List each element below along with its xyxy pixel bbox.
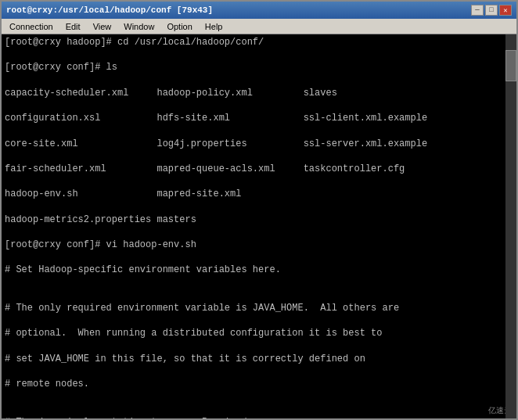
menu-connection[interactable]: Connection: [3, 20, 59, 33]
close-button[interactable]: ✕: [499, 5, 512, 16]
terminal-line: # The java implementation to use. Requir…: [5, 416, 513, 418]
menu-option[interactable]: Option: [160, 20, 198, 33]
maximize-button[interactable]: □: [485, 5, 498, 16]
menu-edit[interactable]: Edit: [59, 20, 87, 33]
terminal-line: [root@crxy conf]# ls: [5, 61, 513, 74]
terminal-line: # remote nodes.: [5, 378, 513, 390]
terminal-line: capacity-scheduler.xml hadoop-policy.xml…: [5, 87, 513, 99]
terminal-line: # set JAVA_HOME in this file, so that it…: [5, 353, 513, 365]
terminal-line: hadoop-metrics2.properties masters: [5, 214, 513, 226]
terminal-line: # The only required environment variable…: [5, 302, 513, 314]
minimize-button[interactable]: ─: [471, 5, 484, 16]
terminal-window: root@crxy:/usr/local/hadoop/conf [79x43]…: [0, 0, 518, 420]
scrollbar-thumb[interactable]: [505, 50, 516, 81]
window-controls: ─ □ ✕: [471, 5, 512, 16]
terminal-output: [root@crxy hadoop]# cd /usr/local/hadoop…: [5, 36, 513, 418]
window-title: root@crxy:/usr/local/hadoop/conf [79x43]: [6, 5, 213, 15]
terminal-line: fair-scheduler.xml mapred-queue-acls.xml…: [5, 163, 513, 175]
menu-window[interactable]: Window: [117, 20, 160, 33]
terminal-line: [root@crxy hadoop]# cd /usr/local/hadoop…: [5, 36, 513, 48]
vertical-scrollbar[interactable]: [505, 34, 516, 418]
menu-view[interactable]: View: [87, 20, 118, 33]
title-bar: root@crxy:/usr/local/hadoop/conf [79x43]…: [2, 2, 516, 19]
terminal-line: core-site.xml log4j.properties ssl-serve…: [5, 138, 513, 150]
terminal-line: [root@crxy conf]# vi hadoop-env.sh: [5, 239, 513, 251]
menu-bar: Connection Edit View Window Option Help: [2, 19, 516, 34]
terminal-line: # Set Hadoop-specific environment variab…: [5, 264, 513, 276]
menu-help[interactable]: Help: [199, 20, 229, 33]
terminal-line: # optional. When running a distributed c…: [5, 327, 513, 339]
terminal-line: configuration.xsl hdfs-site.xml ssl-clie…: [5, 112, 513, 124]
terminal-area[interactable]: [root@crxy hadoop]# cd /usr/local/hadoop…: [2, 34, 516, 418]
terminal-line: hadoop-env.sh mapred-site.xml: [5, 188, 513, 200]
